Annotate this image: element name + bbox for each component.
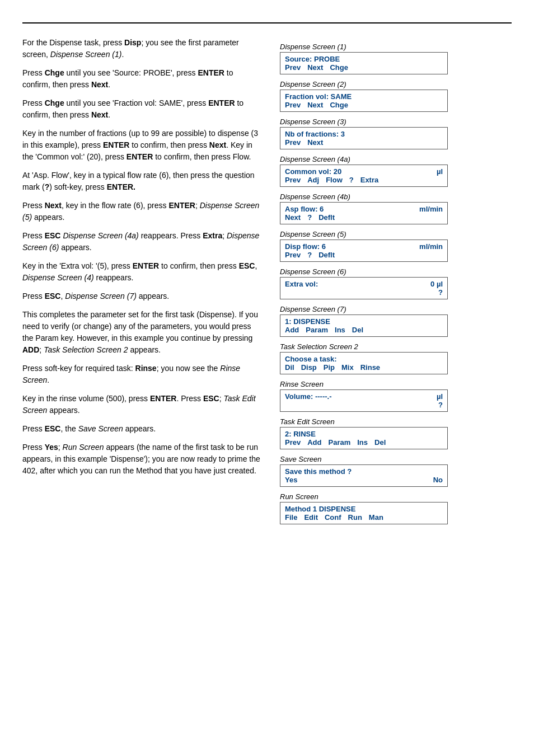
main-layout: For the Dispense task, press Disp; you s… <box>22 37 512 525</box>
nav-button[interactable]: Prev <box>285 138 301 147</box>
screen-label: Rinse Screen <box>280 380 448 388</box>
screen-row: Common vol: 20µl <box>285 167 443 176</box>
nav-button[interactable]: Mix <box>341 363 354 372</box>
nav-button[interactable]: Pip <box>324 363 335 372</box>
screen-label: Task Selection Screen 2 <box>280 342 448 351</box>
nav-button[interactable]: Next <box>307 138 323 147</box>
nav-button[interactable]: ? <box>438 288 443 297</box>
nav-button[interactable]: Prev <box>285 251 301 259</box>
screen-box: Asp flow: 6ml/minNext?Deflt <box>280 202 448 224</box>
nav-button[interactable]: Add <box>307 438 321 447</box>
nav-button[interactable]: Man <box>369 513 383 522</box>
screen-label: Dispense Screen (7) <box>280 305 448 313</box>
instruction-paragraph: Press soft-key for required task: Rinse;… <box>22 363 263 386</box>
screen-row: PrevAdjFlow?Extra <box>285 176 443 184</box>
nav-button[interactable]: Param <box>328 438 350 447</box>
nav-button-left[interactable]: Yes <box>285 476 297 484</box>
nav-button[interactable]: Prev <box>285 176 301 184</box>
screen-box: Disp flow: 6ml/minPrev?Deflt <box>280 240 448 262</box>
nav-button[interactable]: Ins <box>357 438 368 447</box>
instruction-paragraph: Press Next, key in the flow rate (6), pr… <box>22 200 263 223</box>
nav-button[interactable]: Chge <box>330 63 348 72</box>
screen-nav[interactable]: AddParamInsDel <box>285 326 363 334</box>
screen-label: Dispense Screen (6) <box>280 267 448 276</box>
nav-button[interactable]: Next <box>307 63 323 72</box>
nav-button[interactable]: Deflt <box>318 251 335 259</box>
nav-button[interactable]: Deflt <box>318 213 335 222</box>
screen-box: Choose a task:DilDispPipMixRinse <box>280 352 448 374</box>
nav-button[interactable]: ? <box>438 401 443 409</box>
nav-button[interactable]: Dil <box>285 363 294 372</box>
screen-nav[interactable]: PrevNextChge <box>285 63 348 72</box>
screen-row: Save this method ? <box>285 467 443 476</box>
screen-nav[interactable]: FileEditConfRunMan <box>285 513 383 522</box>
nav-button[interactable]: ? <box>307 251 312 259</box>
nav-button[interactable]: Run <box>348 513 362 522</box>
screen-value-left: Extra vol: <box>285 280 318 288</box>
instruction-paragraph: Press ESC Dispense Screen (4a) reappears… <box>22 230 263 253</box>
nav-button[interactable]: Next <box>307 101 323 109</box>
screen-row: Choose a task: <box>285 355 443 363</box>
instruction-paragraph: Press Chge until you see 'Source: PROBE'… <box>22 67 263 91</box>
screen-value-left: Disp flow: 6 <box>285 242 326 251</box>
nav-button[interactable]: Conf <box>325 513 341 522</box>
nav-button[interactable]: Chge <box>330 101 348 109</box>
instruction-paragraph: Press Chge until you see 'Fraction vol: … <box>22 97 263 121</box>
screen-nav[interactable]: Prev?Deflt <box>285 251 335 259</box>
screen-nav[interactable]: PrevNext <box>285 138 323 147</box>
screen-value-right: 0 µl <box>430 280 443 288</box>
nav-button[interactable]: ? <box>349 176 354 184</box>
screen-value: Nb of fractions: 3 <box>285 130 345 138</box>
screen-row: Volume: -----.-µl <box>285 392 443 401</box>
screen-box: Source: PROBEPrevNextChge <box>280 52 448 74</box>
screen-row: PrevAddParamInsDel <box>285 438 443 447</box>
screen-box: Nb of fractions: 3PrevNext <box>280 127 448 149</box>
nav-button[interactable]: Param <box>306 326 328 334</box>
screen-row: PrevNextChge <box>285 101 443 109</box>
screen-nav[interactable]: ? <box>438 401 443 409</box>
screen-row: AddParamInsDel <box>285 326 443 334</box>
instruction-paragraph: Press Yes; Run Screen appears (the name … <box>22 442 263 477</box>
instruction-paragraph: Press ESC, Dispense Screen (7) appears. <box>22 290 263 302</box>
screen-row: Asp flow: 6ml/min <box>285 205 443 213</box>
instruction-paragraph: For the Dispense task, press Disp; you s… <box>22 37 263 60</box>
screen-value: 2: RINSE <box>285 430 316 438</box>
nav-button[interactable]: Prev <box>285 63 301 72</box>
screen-nav[interactable]: PrevNextChge <box>285 101 348 109</box>
screen-value: 1: DISPENSE <box>285 317 330 326</box>
screen-nav[interactable]: PrevAdjFlow?Extra <box>285 176 378 184</box>
nav-button[interactable]: Prev <box>285 101 301 109</box>
screen-row: Extra vol:0 µl <box>285 280 443 288</box>
top-rule <box>22 22 512 24</box>
screen-label: Dispense Screen (4a) <box>280 155 448 163</box>
nav-button[interactable]: Flow <box>326 176 343 184</box>
nav-button[interactable]: Extra <box>360 176 379 184</box>
screen-value: Method 1 DISPENSE <box>285 505 355 513</box>
screen-label: Dispense Screen (5) <box>280 230 448 238</box>
nav-button[interactable]: Add <box>285 326 299 334</box>
screen-nav[interactable]: Next?Deflt <box>285 213 335 222</box>
nav-button[interactable]: Rinse <box>360 363 380 372</box>
screen-row: PrevNext <box>285 138 443 147</box>
screen-nav[interactable]: ? <box>438 288 443 297</box>
nav-button[interactable]: File <box>285 513 297 522</box>
screen-label: Task Edit Screen <box>280 417 448 426</box>
nav-button[interactable]: Prev <box>285 438 301 447</box>
screen-row: FileEditConfRunMan <box>285 513 443 522</box>
nav-button[interactable]: ? <box>307 213 312 222</box>
nav-button[interactable]: Next <box>285 213 301 222</box>
screen-nav[interactable]: PrevAddParamInsDel <box>285 438 386 447</box>
screen-nav[interactable]: DilDispPipMixRinse <box>285 363 380 372</box>
nav-button[interactable]: Ins <box>335 326 345 334</box>
screen-value-right: µl <box>437 392 443 401</box>
screen-box: Method 1 DISPENSEFileEditConfRunMan <box>280 502 448 524</box>
screen-value-left: Asp flow: 6 <box>285 205 324 213</box>
nav-button[interactable]: Disp <box>301 363 317 372</box>
nav-button-right[interactable]: No <box>433 476 443 484</box>
nav-button[interactable]: Edit <box>304 513 318 522</box>
screen-box: Volume: -----.-µl? <box>280 389 448 412</box>
nav-button[interactable]: Del <box>352 326 363 334</box>
nav-button[interactable]: Del <box>374 438 386 447</box>
screen-row: Method 1 DISPENSE <box>285 505 443 513</box>
nav-button[interactable]: Adj <box>307 176 319 184</box>
